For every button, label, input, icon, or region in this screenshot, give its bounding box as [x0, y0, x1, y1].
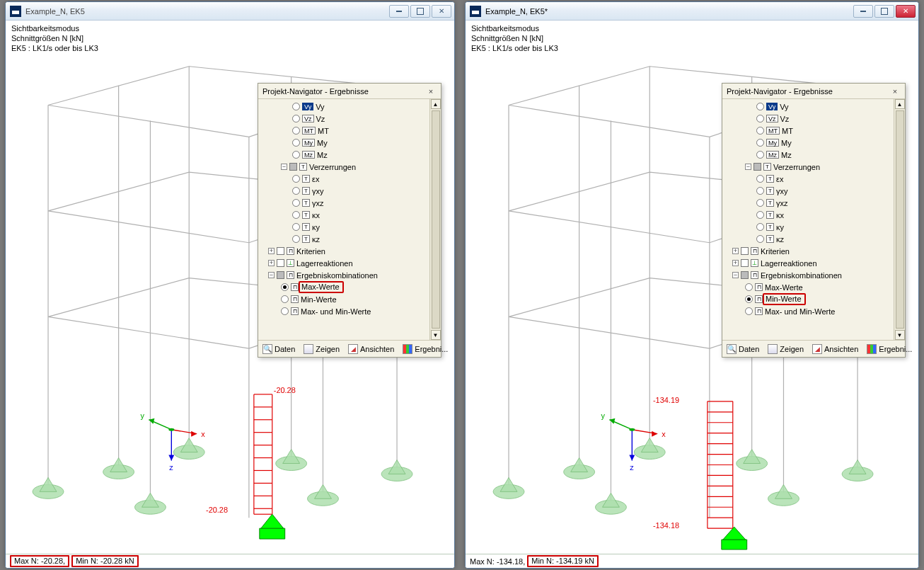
minimize-button[interactable]: [853, 5, 873, 18]
tab-ansichten[interactable]: Ansichten: [347, 342, 395, 356]
minimize-button[interactable]: [389, 5, 409, 18]
value-top: -134.19: [653, 396, 679, 404]
scroll-thumb[interactable]: [432, 110, 440, 329]
maximize-button[interactable]: [874, 5, 894, 18]
svg-marker-55: [500, 477, 517, 491]
svg-text:z: z: [169, 463, 173, 472]
scroll-down-icon[interactable]: ▼: [895, 330, 905, 340]
svg-marker-28: [261, 514, 284, 528]
titlebar[interactable]: Example_N, EK5*: [466, 2, 918, 21]
status-max: Max N: -20.28,: [10, 555, 69, 567]
svg-text:x: x: [201, 430, 205, 438]
tab-daten[interactable]: Daten: [725, 342, 761, 356]
scroll-down-icon[interactable]: ▼: [431, 330, 441, 340]
tree-scrollbar[interactable]: ▲ ▼: [429, 99, 441, 340]
viewport[interactable]: Sichtbarkeitsmodus Schnittgrößen N [kN] …: [6, 21, 454, 554]
svg-point-79: [629, 428, 635, 431]
value-bottom: -20.28: [206, 506, 228, 514]
titlebar[interactable]: Example_N, EK5 ✕: [6, 2, 454, 21]
svg-marker-69: [723, 527, 746, 540]
close-button[interactable]: ✕: [432, 5, 451, 18]
svg-marker-67: [603, 493, 620, 507]
svg-text:y: y: [601, 411, 606, 420]
svg-marker-71: [652, 431, 657, 437]
navigator-panel[interactable]: Projekt-Navigator - Ergebnisse × VyVy Vz…: [722, 83, 906, 358]
panel-close-icon[interactable]: ×: [425, 87, 437, 96]
panel-title: Projekt-Navigator - Ergebnisse: [727, 87, 889, 96]
panel-title: Projekt-Navigator - Ergebnisse: [262, 87, 425, 96]
svg-marker-61: [744, 450, 761, 464]
svg-point-38: [168, 428, 174, 431]
panel-close-icon[interactable]: ×: [889, 87, 901, 96]
window-title: Example_N, EK5: [25, 7, 388, 16]
status-bar: Max N: -20.28, Min N: -20.28 kN: [6, 554, 454, 568]
scroll-up-icon[interactable]: ▲: [895, 99, 905, 109]
tab-ergebnisse[interactable]: Ergebni...: [401, 342, 449, 356]
svg-marker-33: [149, 418, 154, 424]
max-werte-row[interactable]: ⊓Max-Werte: [261, 281, 429, 293]
svg-marker-18: [180, 438, 197, 452]
svg-marker-74: [609, 418, 615, 424]
app-icon: [10, 6, 21, 17]
maxmin-werte-row[interactable]: ⊓Max- und Min-Werte: [261, 305, 429, 317]
panel-tabs[interactable]: Daten Zeigen Ansichten Ergebni...: [722, 340, 905, 357]
close-button[interactable]: [896, 5, 916, 18]
scroll-up-icon[interactable]: ▲: [431, 99, 441, 109]
svg-marker-14: [40, 477, 57, 491]
value-bottom: -134.18: [653, 521, 679, 530]
svg-text:x: x: [662, 430, 666, 438]
svg-marker-20: [283, 450, 300, 464]
navigator-panel[interactable]: Projekt-Navigator - Ergebnisse × VyVy Vz…: [258, 83, 441, 358]
svg-text:y: y: [141, 411, 145, 420]
svg-marker-16: [110, 458, 127, 472]
svg-marker-36: [168, 455, 174, 461]
scroll-thumb[interactable]: [896, 110, 904, 329]
result-tree[interactable]: VyVy VzVz MTMT MyMy MzMz TVerzerrungen T…: [722, 99, 894, 340]
tree-scrollbar[interactable]: ▲ ▼: [894, 99, 905, 340]
svg-marker-24: [315, 484, 332, 498]
status-min: Min N: -134.19 kN: [527, 555, 599, 567]
value-top: -20.28: [274, 386, 296, 394]
maxmin-werte-row[interactable]: ⊓Max- und Min-Werte: [725, 305, 894, 317]
tab-zeigen[interactable]: Zeigen: [766, 342, 805, 356]
svg-marker-26: [142, 493, 158, 507]
svg-marker-30: [191, 431, 197, 437]
viewport[interactable]: Sichtbarkeitsmodus Schnittgrößen N [kN] …: [466, 21, 918, 554]
mdi-window-left: Example_N, EK5 ✕ Sichtbarkeitsmodus Schn…: [5, 1, 455, 569]
tab-ergebnisse[interactable]: Ergebni...: [865, 342, 913, 356]
app-icon: [470, 6, 481, 17]
mdi-window-right: Example_N, EK5* Sichtbarkeitsmodus Schni…: [465, 1, 919, 569]
panel-tabs[interactable]: Daten Zeigen Ansichten Ergebni...: [258, 340, 441, 357]
svg-marker-63: [849, 460, 866, 474]
svg-marker-68: [722, 540, 747, 549]
svg-marker-77: [629, 455, 635, 461]
min-werte-row[interactable]: ⊓Min-Werte: [261, 293, 429, 305]
maximize-button[interactable]: [410, 5, 430, 18]
tab-ansichten[interactable]: Ansichten: [811, 342, 860, 356]
status-bar: Max N: -134.18, Min N: -134.19 kN: [466, 554, 918, 568]
tab-daten[interactable]: Daten: [261, 342, 296, 356]
status-min: Min N: -20.28 kN: [71, 555, 139, 567]
tab-zeigen[interactable]: Zeigen: [302, 342, 341, 356]
max-werte-row[interactable]: ⊓Max-Werte: [725, 281, 894, 293]
svg-marker-59: [641, 438, 658, 452]
result-tree[interactable]: VyVy VzVz MTMT MyMy MzMz TVerzerrungen T…: [258, 99, 429, 340]
window-title: Example_N, EK5*: [485, 7, 852, 16]
svg-text:z: z: [630, 463, 634, 472]
svg-marker-57: [571, 458, 588, 472]
svg-marker-27: [260, 528, 285, 539]
min-werte-row[interactable]: ⊓Min-Werte: [725, 293, 894, 305]
svg-marker-65: [775, 484, 792, 498]
svg-marker-22: [388, 460, 405, 474]
status-max: Max N: -134.18,: [470, 557, 525, 566]
